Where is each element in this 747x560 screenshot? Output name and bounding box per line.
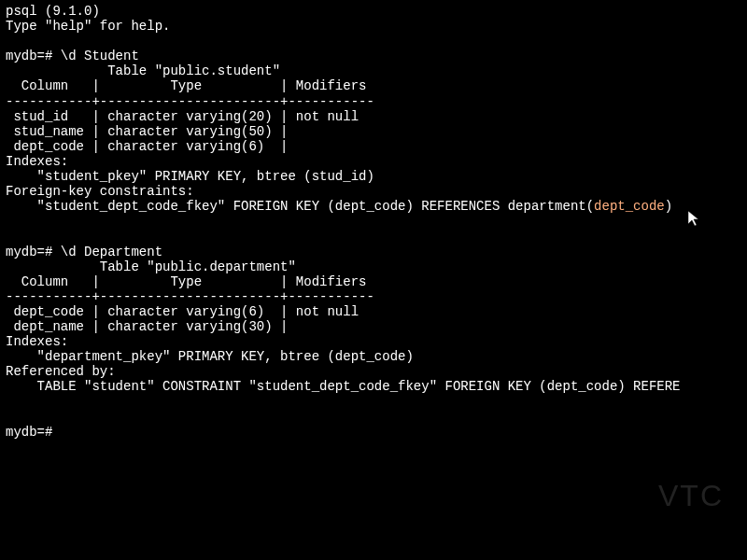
- department-divider: -----------+-----------------------+----…: [6, 289, 741, 304]
- department-ref-label: Referenced by:: [6, 364, 741, 379]
- department-indexes-label: Indexes:: [6, 334, 741, 349]
- blank-line: [6, 394, 741, 409]
- student-command-prompt: mydb=# \d Student: [6, 49, 741, 63]
- department-row-dept-name: dept_name | character varying(30) |: [6, 319, 741, 334]
- department-command-prompt: mydb=# \d Department: [6, 245, 741, 259]
- student-indexes-line: "student_pkey" PRIMARY KEY, btree (stud_…: [6, 169, 741, 184]
- fk-highlight-dept-code: dept_code: [594, 199, 665, 214]
- vtc-watermark: VTC: [658, 479, 724, 513]
- blank-line: [6, 229, 741, 244]
- department-indexes-line: "department_pkey" PRIMARY KEY, btree (de…: [6, 349, 741, 364]
- student-indexes-label: Indexes:: [6, 154, 741, 169]
- student-row-stud-id: stud_id | character varying(20) | not nu…: [6, 109, 741, 124]
- student-fk-line: "student_dept_code_fkey" FOREIGN KEY (de…: [6, 199, 741, 214]
- psql-help-line: Type "help" for help.: [6, 19, 741, 34]
- psql-version-line: psql (9.1.0): [6, 4, 741, 19]
- student-row-stud-name: stud_name | character varying(50) |: [6, 124, 741, 139]
- department-row-dept-code: dept_code | character varying(6) | not n…: [6, 304, 741, 319]
- student-fk-label: Foreign-key constraints:: [6, 184, 741, 199]
- fk-suffix: ): [665, 199, 672, 214]
- final-prompt[interactable]: mydb=#: [6, 425, 741, 440]
- fk-prefix: "student_dept_code_fkey" FOREIGN KEY (de…: [6, 199, 594, 214]
- blank-line: [6, 34, 741, 49]
- student-row-dept-code: dept_code | character varying(6) |: [6, 139, 741, 154]
- department-header-row: Column | Type | Modifiers: [6, 274, 741, 289]
- blank-line: [6, 214, 741, 229]
- department-table-title: Table "public.department": [6, 259, 741, 274]
- student-header-row: Column | Type | Modifiers: [6, 78, 741, 93]
- blank-line: [6, 410, 741, 425]
- student-divider: -----------+-----------------------+----…: [6, 94, 741, 109]
- department-ref-line: TABLE "student" CONSTRAINT "student_dept…: [6, 379, 741, 394]
- student-table-title: Table "public.student": [6, 63, 741, 78]
